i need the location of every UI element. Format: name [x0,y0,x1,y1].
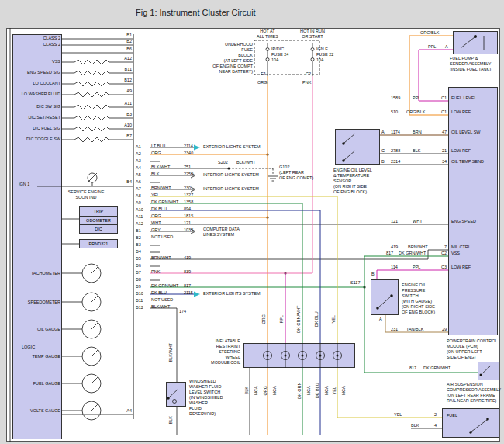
sensor-pin: C [381,148,385,154]
wire-number: 121 [184,220,191,226]
cluster-signal-label: ENG SPEED SIG [14,70,60,75]
fusebox-label: UNDERHOOD [200,42,253,47]
fuel-pin: 2 [434,412,437,418]
connector-pin: B11 [136,298,148,304]
connector-pin: A11 [136,214,148,220]
interior-lights-label: INTERIOR LIGHTS SYSTEM [203,186,259,192]
ground-icon [268,176,278,181]
wire-color-vertical: ORG [263,374,268,407]
wire-color: WHT [151,220,161,226]
compressor-switch-icon [482,366,491,374]
wire-color: ORG/BLK [420,30,439,36]
exterior-arrow [194,292,200,297]
coil-label: RESTRAINT [198,344,240,349]
air-susp-label: COMPRESSOR ASSEMBLY [447,387,501,393]
connector-pin: A8 [136,193,148,199]
fusebox-label: BLOCK [200,53,253,58]
wire-number: 817 [409,366,416,371]
cluster-pin-a4: A4 [113,408,132,414]
splice-label: S202 [218,160,228,165]
oil-sensor-label: OF ENG BLOCK) [333,189,367,195]
connector-pin: B3 [136,242,148,248]
sender-icon [461,36,484,50]
wire-number: 231 [391,327,398,332]
fuse1-label: FUSE 24 [271,52,288,57]
switch-pin: B [371,272,375,277]
cluster-signal-label: DIC FUEL SIG [14,126,60,131]
wire-number: 2340 [184,151,193,156]
wire-color: PNK [151,269,160,275]
fuse-icon [311,48,314,51]
gauge-label: SPEEDOMETER [14,300,60,305]
wire-number: 817 [386,251,393,256]
connector-pin: A1 [136,144,148,150]
cluster-pin: B2 [113,39,132,44]
connector-pin: B4 [136,249,148,255]
hot-at-all-times-label: HOT AT [252,29,283,34]
cluster-pin: B12 [113,78,132,83]
cluster-pin: B7 [113,134,132,139]
oil-switch-label: PRESSURE [402,288,425,293]
wire-color: WHT [413,219,423,224]
wire-color: PPL [413,265,420,270]
cluster-signal-label: LO COOLANT [14,81,60,86]
coil-label: INFLATABLE [198,338,240,344]
wire-color: BLK [411,423,419,428]
pcm-row-label: VSS [451,251,460,256]
splice-dot [227,167,230,169]
wire-color-vertical: ORG [261,303,267,335]
oil-sensor-label: (ON RIGHT SIDE [333,184,367,189]
pcm-row-label: FUEL LEVEL [451,95,477,101]
wire-color: BLK/WHT [236,160,255,165]
not-used-label: NOT USED [151,297,173,303]
washer-label: (IN WINDSHIELD [189,395,223,401]
pcm-label: MODULE (PCM) [447,344,478,349]
wire-number: 2250 [184,172,193,177]
connector-pin: B2 [136,235,148,241]
wire-color-vertical: NCA [324,374,330,407]
oil-switch-label: SWITCH [402,293,419,299]
wire-color: LT BLU [151,144,165,149]
fusebox-label: FUSE [200,47,253,53]
pcm-pin: C3 [428,265,447,270]
cluster-pin: A9 [113,88,132,94]
wire-color: BLK [151,172,159,177]
exterior-arrow [194,145,200,151]
wire-number: 1815 [184,213,193,219]
wire-color-vertical: YEL [331,303,337,335]
gauge-label: FUEL GAUGE [14,381,60,387]
pcm-row-label: MIL CTRL [451,245,471,250]
computer-data-label: LINES SYSTEM [203,232,234,238]
wire-color-vertical: DK BLU [314,303,319,335]
gauge-label: VOLTS GAUGE [14,408,60,414]
cluster-signal-label: DIC SW SIG [14,104,60,109]
interior-lights-label: INTERIOR LIGHTS SYSTEM [203,172,259,178]
wire-color: DK GRN/WHT [151,283,178,289]
connector-pin: B6 [136,263,148,269]
wire-color: ORG [151,151,161,156]
wire-color: BRN/WHT [151,186,171,191]
cluster-pin: A11 [113,101,132,106]
washer-label: RESERVOIR) [189,411,216,417]
sensor-pin: A [381,130,385,135]
wire-color: GRY [151,227,161,233]
ground-label: G102 [279,165,289,170]
wire-color: PPL [413,95,420,101]
ses-indicator-label: SOON IND [64,195,109,200]
pcm-pin: 47 [428,130,447,135]
fuse2-label: FUSE 22 [316,52,333,57]
wire-color: DK GRN/WHT [151,199,178,205]
fuse2-label: IGN E [316,47,328,52]
wire-color: DK GRN/WHT [423,366,450,371]
wire-number: 751 [184,165,191,170]
coil-label: STEERING [198,349,240,355]
wire-color: BLK/WHT [151,304,170,310]
cluster-pin: B3 [113,112,132,117]
wire-color: YEL [151,193,159,198]
oil-sensor-label: SENSOR [333,179,351,184]
sensor-pin: B [381,159,385,165]
wire-color-vertical: DK GRN [297,374,302,407]
wire-color-vertical: YEL [332,374,337,407]
pressure-switch-icon [378,297,391,307]
wire-color: DK GRN/WHT [399,251,426,256]
